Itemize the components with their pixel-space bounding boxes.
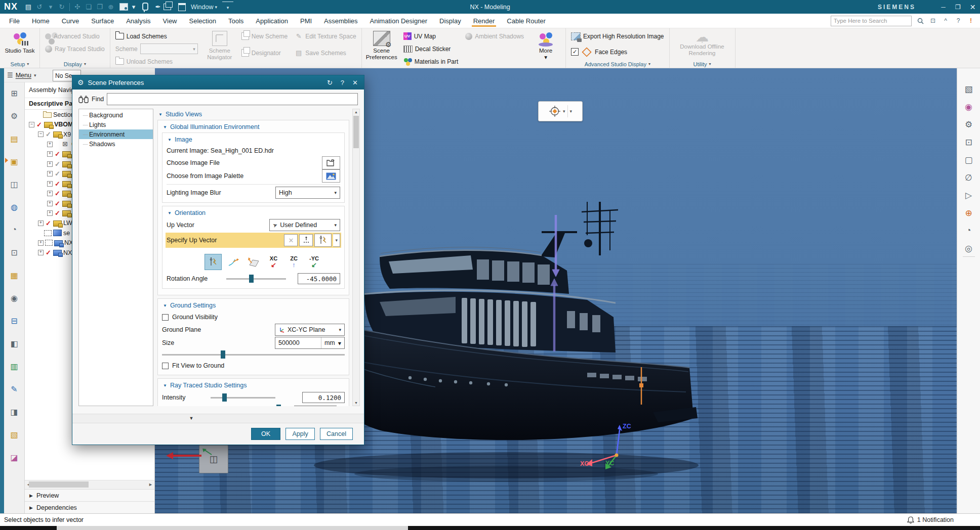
size-value-field[interactable]: 500000 [275,339,321,346]
group-label-display[interactable]: Display▾ [43,60,107,68]
export-image-icon[interactable]: ▢ [963,154,974,165]
tab-surface[interactable]: Surface [85,14,120,28]
materials-in-part-button[interactable]: Materials in Part [401,56,461,67]
tab-animation-designer[interactable]: Animation Designer [364,14,433,28]
fit-view-row[interactable]: Fit View to Ground [162,360,345,372]
hd3d-tools-icon[interactable]: ◫ [9,179,20,190]
tab-selection[interactable]: Selection [183,14,222,28]
touch-mode-icon[interactable]: ◨ [9,406,20,417]
part-navigator-icon[interactable]: ▤ [9,133,20,144]
rotation-angle-slider[interactable] [226,274,286,283]
fit-view-checkbox[interactable] [162,363,169,369]
render-settings-icon[interactable]: ⚙ [963,119,974,130]
scroll-up-icon[interactable]: ▲ [353,110,359,114]
dependencies-section[interactable]: ▶ Dependencies [25,501,154,513]
tree-expander-icon[interactable] [47,161,53,167]
tree-expander-icon[interactable] [47,151,53,157]
drag-handle[interactable] [635,364,650,410]
ground-plane-dropdown[interactable]: XC-YC Plane ▾ [275,324,345,336]
component-checkbox[interactable] [45,220,52,227]
tab-tools[interactable]: Tools [222,14,250,28]
turntable-capture-icon[interactable]: ◎ [963,243,974,254]
minimize-ribbon-icon[interactable]: ^ [942,17,950,24]
play-animation-icon[interactable]: ▷ [963,190,974,201]
undo-icon[interactable]: ↺ [34,2,45,12]
fit-view-icon[interactable]: ⊡ [963,137,974,148]
help-icon[interactable]: ? [954,17,962,24]
tab-display[interactable]: Display [433,14,467,28]
ambient-shadows-button[interactable]: Ambient Shadows [463,30,526,42]
orientation-header[interactable]: ▼ Orientation [167,207,340,218]
size-combo[interactable]: 500000 mm ▾ [275,337,345,349]
dialog-titlebar[interactable]: ⚙ Scene Preferences ↻ ? ✕ [72,75,364,90]
save-schemes-button[interactable]: ▤ Save Schemes [293,47,358,59]
vector-dialog-button[interactable] [314,234,332,247]
move-component-icon[interactable]: ⊕ [963,207,974,218]
yacht-model[interactable] [304,190,709,493]
notification-button[interactable]: 1 Notification [907,516,954,524]
touch-command-icon[interactable]: ✒ [152,2,164,12]
ray-traced-header[interactable]: ▼ Ray Traced Studio Settings [162,380,345,391]
dialog-help-icon[interactable]: ? [341,79,344,86]
unload-schemes-button[interactable]: Unload Schemes [113,56,200,67]
visual-reports-icon[interactable]: ▧ [9,429,20,440]
ground-visibility-row[interactable]: Ground Visibility [162,311,345,323]
user-palette-icon[interactable]: ◪ [9,452,20,463]
orbit-icon[interactable] [549,105,561,117]
dialog-tree-shadows[interactable]: Shadows [79,139,153,149]
decal-sticker-button[interactable]: Decal Sticker [401,43,461,55]
tab-file[interactable]: File [3,14,26,28]
negative-yc-axis-button[interactable]: -YC ↙ [306,254,323,270]
group-label-setup[interactable]: Setup▾ [3,60,36,68]
dialog-tree-background[interactable]: Background [79,110,153,120]
tree-expander-icon[interactable] [29,112,33,117]
group-label-utility[interactable]: Utility▾ [673,60,732,68]
ground-visibility-checkbox[interactable] [162,314,169,321]
component-checkbox[interactable] [54,161,61,167]
tree-expander-icon[interactable] [47,191,53,196]
copy-icon[interactable]: ❏ [83,2,94,12]
scheme-dropdown[interactable]: ▾ [140,43,198,54]
face-edges-checkbox[interactable]: ✓ [571,48,579,56]
load-schemes-button[interactable]: Load Schemes [113,30,200,42]
system-visualization-icon[interactable]: ⊟ [9,315,20,326]
global-illumination-header[interactable]: ▼ Global Illumination Environment [162,121,345,132]
dialog-close-icon[interactable]: ✕ [352,79,358,86]
export-high-res-button[interactable]: Export High Resolution Image [569,30,666,42]
component-checkbox[interactable] [36,121,43,128]
materials-shortcut-icon[interactable]: ◉ [963,101,974,112]
tree-expander-icon[interactable] [47,181,53,187]
zc-axis-button[interactable]: ZC ↑ [285,254,303,270]
up-vector-preview-arrow[interactable] [537,210,582,362]
toolbar-divider[interactable] [963,256,975,257]
paste-icon[interactable]: ❐ [94,2,105,12]
render-style-dropdown-icon[interactable]: ▾ [128,2,139,12]
tab-render[interactable]: Render [467,14,501,28]
constraint-navigator-icon[interactable]: ⚙ [9,110,20,121]
separator[interactable] [69,3,70,11]
chevron-down-icon[interactable]: ▾ [563,109,565,114]
roles-icon[interactable]: ◉ [9,292,20,303]
xc-axis-button[interactable]: XC ↙ [265,254,282,270]
menu-button[interactable]: ☰ Menu ▾ [7,71,36,79]
cancel-button[interactable]: Cancel [320,428,353,440]
face-normal-vector-button[interactable] [245,254,262,270]
close-button[interactable]: ✕ [965,0,980,14]
scroll-down-icon[interactable]: ▼ [353,401,359,405]
vector-type-dropdown-icon[interactable]: ▾ [333,234,340,247]
web-browser-icon[interactable]: ◍ [9,201,20,212]
search-icon[interactable] [916,18,924,24]
component-checkbox[interactable] [54,141,61,148]
history-icon[interactable]: ◔ [9,224,20,235]
spreadsheet-icon[interactable]: ▥ [9,361,20,372]
studio-views-header[interactable]: ▼ Studio Views [157,109,349,120]
microphone-icon[interactable] [142,3,148,11]
tree-expander-icon[interactable] [38,240,44,246]
ground-size-slider[interactable] [162,350,345,359]
animation-preview-icon[interactable]: ◔ [963,225,974,236]
point-dialog-button[interactable] [299,234,313,246]
ok-button[interactable]: OK [251,428,280,440]
scroll-right-icon[interactable]: ► [148,482,153,487]
notes-icon[interactable]: ✎ [9,383,20,394]
new-scheme-button[interactable]: New Scheme [239,30,290,42]
